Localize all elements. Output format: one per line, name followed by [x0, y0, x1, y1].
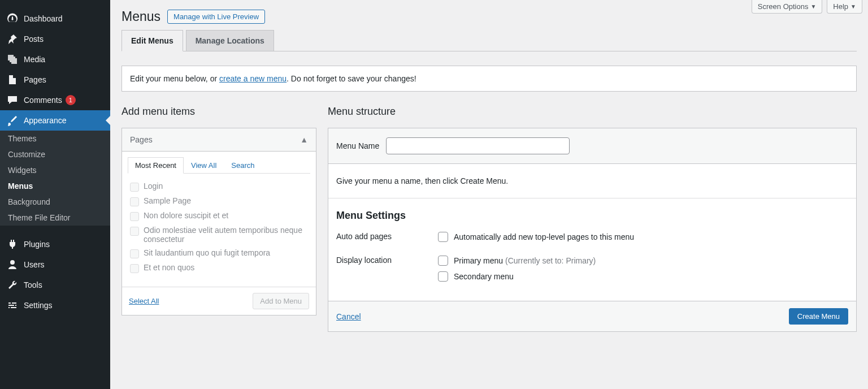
nav-tabs: Edit Menus Manage Locations	[121, 30, 857, 51]
sidebar-label: Tools	[24, 280, 42, 289]
page-checkbox	[130, 264, 139, 273]
menu-instructions: Give your menu a name, then click Create…	[328, 164, 856, 198]
sidebar-item-tools[interactable]: Tools	[0, 275, 110, 295]
pages-icon	[7, 74, 18, 85]
menu-edit-panel: Menu Name Give your menu a name, then cl…	[328, 128, 857, 332]
sidebar-label: Settings	[24, 301, 53, 310]
main-content: Screen Options ▼ Help ▼ Menus Manage wit…	[110, 0, 868, 389]
pages-checklist[interactable]: Login Sample Page Non dolore suscipit et…	[128, 174, 310, 281]
location-secondary-option[interactable]: Secondary menu	[438, 271, 848, 282]
media-icon	[7, 54, 18, 65]
page-checkbox	[130, 227, 139, 236]
sidebar-label: Dashboard	[24, 14, 63, 23]
user-icon	[7, 259, 18, 270]
chevron-down-icon: ▼	[810, 3, 816, 10]
submenu-background[interactable]: Background	[0, 194, 110, 210]
comments-badge: 1	[66, 95, 76, 105]
sliders-icon	[7, 300, 18, 311]
list-item[interactable]: Login	[130, 179, 308, 194]
pages-accordion-toggle[interactable]: Pages ▲	[122, 128, 316, 152]
plug-icon	[7, 239, 18, 250]
help-button[interactable]: Help ▼	[827, 0, 862, 14]
sidebar-item-plugins[interactable]: Plugins	[0, 234, 110, 254]
cancel-link[interactable]: Cancel	[336, 312, 361, 321]
submenu-menus[interactable]: Menus	[0, 178, 110, 194]
screen-options-button[interactable]: Screen Options ▼	[752, 0, 823, 14]
sidebar-item-media[interactable]: Media	[0, 49, 110, 70]
brush-icon	[7, 115, 18, 126]
menu-name-input[interactable]	[386, 137, 570, 154]
admin-sidebar: Dashboard Posts Media Pages Comments1 Ap…	[0, 0, 110, 389]
display-location-label: Display location	[336, 256, 438, 265]
location-primary-option[interactable]: Primary menu (Currently set to: Primary)	[438, 256, 848, 266]
chevron-up-icon: ▲	[300, 135, 308, 144]
list-item[interactable]: Et et non quos	[130, 261, 308, 275]
comment-icon	[7, 94, 18, 106]
auto-add-label: Auto add pages	[336, 232, 438, 241]
wrench-icon	[7, 279, 18, 291]
gauge-icon	[7, 13, 18, 24]
sidebar-item-dashboard[interactable]: Dashboard	[0, 8, 110, 29]
sidebar-item-users[interactable]: Users	[0, 254, 110, 275]
auto-add-checkbox[interactable]	[438, 232, 448, 242]
menu-name-label: Menu Name	[336, 141, 379, 150]
live-preview-button[interactable]: Manage with Live Preview	[167, 10, 265, 24]
page-checkbox	[130, 183, 139, 192]
tab-edit-menus[interactable]: Edit Menus	[121, 30, 183, 51]
instruction-notice: Edit your menu below, or create a new me…	[121, 66, 857, 92]
pin-icon	[7, 33, 18, 45]
add-items-heading: Add menu items	[121, 106, 316, 118]
chevron-down-icon: ▼	[850, 3, 856, 10]
list-item[interactable]: Sit laudantium quo qui fugit tempora	[130, 246, 308, 261]
submenu-file-editor[interactable]: Theme File Editor	[0, 210, 110, 226]
create-menu-button[interactable]: Create Menu	[789, 308, 848, 325]
location-secondary-checkbox[interactable]	[438, 271, 448, 282]
sidebar-label: Media	[24, 55, 45, 64]
tab-manage-locations[interactable]: Manage Locations	[186, 30, 274, 51]
page-checkbox	[130, 249, 139, 258]
pages-postbox: Pages ▲ Most Recent View All Search Logi…	[121, 128, 316, 315]
submenu-themes[interactable]: Themes	[0, 131, 110, 146]
sidebar-item-appearance[interactable]: Appearance	[0, 110, 110, 131]
list-item[interactable]: Sample Page	[130, 194, 308, 209]
tab-search[interactable]: Search	[224, 157, 262, 174]
menu-settings-heading: Menu Settings	[336, 210, 848, 222]
submenu-widgets[interactable]: Widgets	[0, 162, 110, 178]
tab-most-recent[interactable]: Most Recent	[128, 157, 184, 174]
sidebar-item-settings[interactable]: Settings	[0, 295, 110, 315]
sidebar-label: Pages	[24, 75, 46, 84]
menu-structure-heading: Menu structure	[328, 106, 857, 118]
submenu-customize[interactable]: Customize	[0, 146, 110, 162]
appearance-submenu: Themes Customize Widgets Menus Backgroun…	[0, 131, 110, 226]
page-title: Menus	[121, 9, 160, 24]
sidebar-item-posts[interactable]: Posts	[0, 29, 110, 49]
sidebar-label: Comments	[24, 96, 62, 105]
add-to-menu-button[interactable]: Add to Menu	[253, 293, 309, 309]
sidebar-item-comments[interactable]: Comments1	[0, 90, 110, 110]
page-checkbox	[130, 197, 139, 206]
auto-add-option[interactable]: Automatically add new top-level pages to…	[438, 232, 848, 242]
sidebar-label: Posts	[24, 34, 44, 44]
list-item[interactable]: Non dolore suscipit et et	[130, 209, 308, 223]
sidebar-label: Appearance	[24, 116, 67, 125]
create-new-menu-link[interactable]: create a new menu	[219, 74, 287, 83]
select-all-link[interactable]: Select All	[129, 297, 159, 305]
tab-view-all[interactable]: View All	[184, 157, 224, 174]
list-item[interactable]: Odio molestiae velit autem temporibus ne…	[130, 223, 308, 246]
sidebar-label: Plugins	[24, 240, 50, 249]
sidebar-label: Users	[24, 260, 45, 269]
location-primary-checkbox[interactable]	[438, 256, 448, 266]
sidebar-item-pages[interactable]: Pages	[0, 70, 110, 90]
page-checkbox	[130, 212, 139, 221]
